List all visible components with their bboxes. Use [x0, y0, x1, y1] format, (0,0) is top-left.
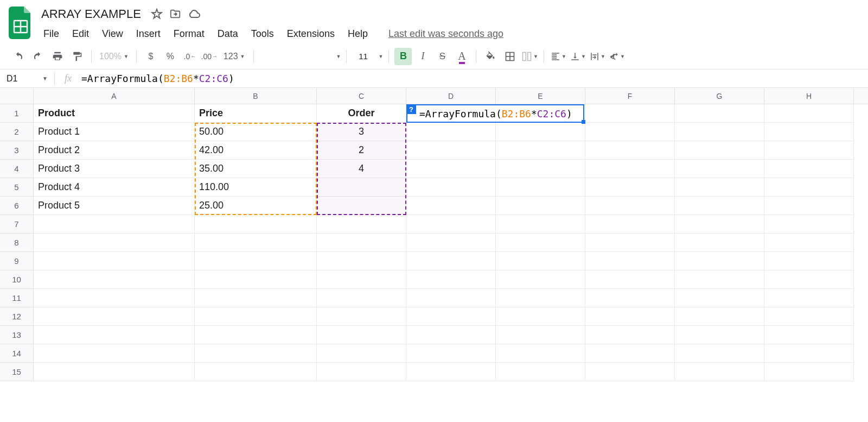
- row-header[interactable]: 4: [0, 160, 33, 178]
- cell-c4[interactable]: 4: [317, 160, 406, 178]
- strikethrough-button[interactable]: S: [433, 48, 451, 65]
- svg-rect-7: [528, 52, 531, 60]
- text-wrap-button[interactable]: ▼: [589, 48, 606, 65]
- fx-icon: fx: [55, 73, 79, 84]
- menu-data[interactable]: Data: [212, 26, 244, 42]
- row-header[interactable]: 8: [0, 234, 33, 252]
- row-header[interactable]: 14: [0, 344, 33, 363]
- cell-a2[interactable]: Product 1: [34, 123, 195, 141]
- font-dropdown[interactable]: ▼: [259, 48, 341, 65]
- redo-button[interactable]: [29, 48, 47, 65]
- cell-b4[interactable]: 35.00: [195, 160, 317, 178]
- column-headers: A B C D E F G H: [0, 88, 868, 104]
- cell-c5[interactable]: [317, 178, 406, 197]
- row-header[interactable]: 1: [0, 104, 33, 123]
- row-header[interactable]: 5: [0, 178, 33, 197]
- cell-b1[interactable]: Price: [195, 104, 317, 123]
- app-header: ARRAY EXAMPLE File Edit View Insert Form…: [0, 0, 868, 43]
- menu-edit[interactable]: Edit: [67, 26, 94, 42]
- text-rotation-button[interactable]: ▼: [608, 48, 626, 65]
- decrease-decimal-button[interactable]: .0←: [181, 48, 199, 65]
- horizontal-align-button[interactable]: ▼: [550, 48, 567, 65]
- move-icon[interactable]: [169, 8, 181, 20]
- cell-f1[interactable]: [585, 104, 675, 123]
- format-currency-button[interactable]: $: [142, 48, 159, 65]
- toolbar: 100% ▼ $ % .0← .00→ 123▼ ▼ 11 ▼ B I S A …: [0, 43, 868, 70]
- paint-format-button[interactable]: [68, 48, 86, 65]
- cell-c3[interactable]: 2: [317, 141, 406, 160]
- formula-input[interactable]: =ArrayFormula(B2:B6*C2:C6): [79, 73, 868, 84]
- col-header-c[interactable]: C: [317, 88, 406, 104]
- menu-insert[interactable]: Insert: [131, 26, 166, 42]
- document-title[interactable]: ARRAY EXAMPLE: [38, 6, 144, 22]
- more-formats-button[interactable]: 123▼: [220, 48, 248, 65]
- col-header-f[interactable]: F: [585, 88, 675, 104]
- cell-b5[interactable]: 110.00: [195, 178, 317, 197]
- menu-file[interactable]: File: [38, 26, 65, 42]
- cell-c6[interactable]: [317, 197, 406, 215]
- name-box[interactable]: D1▼: [0, 74, 54, 84]
- cell-a1[interactable]: Product: [34, 104, 195, 123]
- menu-view[interactable]: View: [97, 26, 129, 42]
- fill-handle[interactable]: [582, 120, 585, 124]
- col-header-d[interactable]: D: [406, 88, 496, 104]
- cell-a4[interactable]: Product 3: [34, 160, 195, 178]
- cell-g1[interactable]: [675, 104, 764, 123]
- row-header[interactable]: 2: [0, 123, 33, 141]
- increase-decimal-button[interactable]: .00→: [201, 48, 218, 65]
- font-size-value[interactable]: 11: [352, 52, 374, 61]
- menu-help[interactable]: Help: [342, 26, 373, 42]
- row-header[interactable]: 3: [0, 141, 33, 160]
- sheets-logo[interactable]: [7, 4, 35, 41]
- cell-a6[interactable]: Product 5: [34, 197, 195, 215]
- menu-bar: File Edit View Insert Format Data Tools …: [38, 24, 861, 43]
- zoom-dropdown[interactable]: 100% ▼: [97, 52, 131, 61]
- row-header[interactable]: 11: [0, 289, 33, 307]
- col-header-e[interactable]: E: [496, 88, 585, 104]
- last-edit-link[interactable]: Last edit was seconds ago: [388, 28, 503, 40]
- cell-a3[interactable]: Product 2: [34, 141, 195, 160]
- col-header-h[interactable]: H: [764, 88, 854, 104]
- cell-h1[interactable]: [764, 104, 854, 123]
- row-header[interactable]: 13: [0, 326, 33, 344]
- row-header[interactable]: 7: [0, 215, 33, 234]
- row-header[interactable]: 9: [0, 252, 33, 270]
- select-all-corner[interactable]: [0, 88, 34, 104]
- font-size-control[interactable]: 11 ▼: [352, 52, 383, 61]
- row-header[interactable]: 12: [0, 307, 33, 326]
- cell-a5[interactable]: Product 4: [34, 178, 195, 197]
- fill-color-button[interactable]: [482, 48, 499, 65]
- svg-rect-6: [522, 52, 526, 60]
- italic-button[interactable]: I: [414, 48, 431, 65]
- merge-cells-button[interactable]: ▼: [521, 48, 538, 65]
- cell-c2[interactable]: 3: [317, 123, 406, 141]
- row-header[interactable]: 10: [0, 270, 33, 289]
- cell-b3[interactable]: 42.00: [195, 141, 317, 160]
- text-color-button[interactable]: A: [453, 48, 470, 65]
- row-header[interactable]: 15: [0, 363, 33, 381]
- menu-tools[interactable]: Tools: [246, 26, 279, 42]
- bold-button[interactable]: B: [394, 48, 412, 65]
- format-percent-button[interactable]: %: [162, 48, 179, 65]
- print-button[interactable]: [49, 48, 66, 65]
- cell-b2[interactable]: 50.00: [195, 123, 317, 141]
- cell-c1[interactable]: Order: [317, 104, 406, 123]
- active-cell-d1[interactable]: ? =ArrayFormula(B2:B6*C2:C6): [406, 104, 584, 123]
- cell-b6[interactable]: 25.00: [195, 197, 317, 215]
- menu-format[interactable]: Format: [168, 26, 210, 42]
- cell-formula-display: =ArrayFormula(B2:B6*C2:C6): [407, 108, 572, 119]
- formula-help-icon[interactable]: ?: [406, 104, 416, 114]
- borders-button[interactable]: [501, 48, 519, 65]
- col-header-a[interactable]: A: [34, 88, 195, 104]
- formula-bar: D1▼ fx =ArrayFormula(B2:B6*C2:C6): [0, 70, 868, 88]
- undo-button[interactable]: [10, 48, 27, 65]
- col-header-b[interactable]: B: [195, 88, 317, 104]
- col-header-g[interactable]: G: [675, 88, 764, 104]
- vertical-align-button[interactable]: ▼: [569, 48, 586, 65]
- cloud-status-icon[interactable]: [188, 8, 201, 21]
- cells-region[interactable]: Product Price Order Product 1 50.00 3 Pr…: [34, 104, 868, 381]
- row-headers: 1 2 3 4 5 6 7 8 9 10 11 12 13 14 15: [0, 104, 34, 381]
- star-icon[interactable]: [151, 8, 163, 20]
- row-header[interactable]: 6: [0, 197, 33, 215]
- menu-extensions[interactable]: Extensions: [282, 26, 340, 42]
